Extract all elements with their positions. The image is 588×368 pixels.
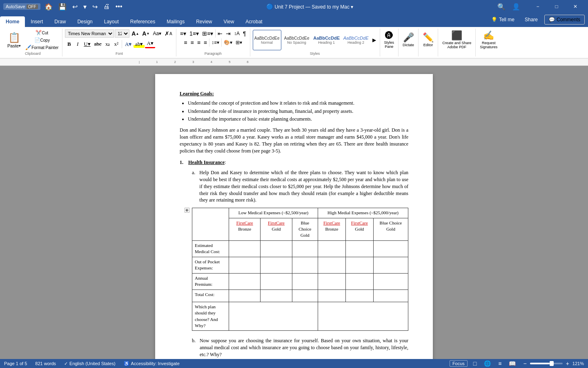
web-layout-view-button[interactable]: 🌐 [482,360,492,367]
cell[interactable] [345,240,373,257]
increase-indent-button[interactable]: ⇥ [225,30,232,37]
style-heading2[interactable]: AaBbCcDdE Heading 2 [342,30,370,50]
cell[interactable] [261,240,292,257]
cell[interactable] [229,240,261,257]
align-right-button[interactable]: ≡ [196,39,202,46]
numbering-button[interactable]: 1≡▾ [188,30,200,37]
tab-mailings[interactable]: Mailings [161,16,190,27]
font-name-select[interactable]: Times New Roman [65,29,114,38]
cell[interactable] [229,273,261,289]
search-button[interactable]: 🔍 [496,2,507,11]
tab-design[interactable]: Design [71,16,98,27]
cell[interactable] [373,289,408,302]
share-button[interactable]: Share [520,15,543,24]
tell-me-button[interactable]: 💡 Tell me [488,15,518,25]
multilevel-list-button[interactable]: ⊞≡▾ [201,30,214,37]
justify-button[interactable]: ≡ [203,39,208,46]
tab-home[interactable]: Home [0,16,25,27]
tab-insert[interactable]: Insert [25,16,49,27]
cell[interactable] [292,289,318,302]
cell[interactable] [292,257,318,273]
redo-button[interactable]: ↪ [91,2,99,11]
tab-layout[interactable]: Layout [98,16,125,27]
zoom-handle[interactable] [550,361,554,366]
focus-button[interactable]: Focus [450,360,468,367]
font-color-button[interactable]: A▾ [145,40,155,48]
strikethrough-button[interactable]: abc [93,40,103,48]
cell[interactable] [229,257,261,273]
underline-button[interactable]: U▾ [82,40,92,48]
undo-dropdown[interactable]: ▾ [82,2,88,11]
cell-choice-high[interactable] [318,302,408,331]
cell[interactable] [318,289,346,302]
copy-button[interactable]: 📄 Copy [24,37,60,43]
cell[interactable] [345,257,373,273]
align-left-button[interactable]: ≡ [183,39,188,46]
accessibility-indicator[interactable]: ♿ Accessibility: Investigate [124,361,180,366]
style-heading1[interactable]: AaBbCcDdE Heading 1 [312,30,341,50]
cell[interactable] [229,289,261,302]
paste-dropdown-icon[interactable]: ▾ [19,44,21,48]
style-normal[interactable]: AaBbCcDdEe Normal [253,30,281,50]
style-no-spacing[interactable]: AaBbCcDdEe No Spacing [282,30,312,50]
font-size-select[interactable]: 12 [115,29,129,38]
show-formatting-button[interactable]: ¶ [242,30,247,37]
tab-review[interactable]: Review [190,16,218,27]
highlight-color-button[interactable]: ab▾ [134,40,145,48]
borders-button[interactable]: ⊞▾ [234,39,243,46]
tab-draw[interactable]: Draw [49,16,71,27]
print-button[interactable]: 🖨 [102,2,111,11]
create-share-adobe-button[interactable]: ⬛ Create and ShareAdobe PDF [441,29,473,50]
tab-acrobat[interactable]: Acrobat [240,16,268,27]
tab-view[interactable]: View [218,16,240,27]
cell[interactable] [292,273,318,289]
cut-button[interactable]: ✂️ Cut [24,29,60,36]
sort-button[interactable]: ↕A [233,30,241,37]
cell[interactable] [373,257,408,273]
bold-button[interactable]: B [65,40,73,48]
shrink-font-button[interactable]: A▼ [141,30,151,37]
cell[interactable] [373,273,408,289]
more-options-button[interactable]: ••• [114,2,124,11]
cell[interactable] [292,240,318,257]
cell[interactable] [373,240,408,257]
align-center-button[interactable]: ≡ [189,39,195,46]
tab-references[interactable]: References [125,16,161,27]
expand-icon[interactable]: ⊕ [185,208,189,213]
cell[interactable] [318,273,346,289]
format-painter-button[interactable]: 🖌️ Format Painter [24,44,60,51]
zoom-in-button[interactable]: + [564,360,571,367]
minimize-button[interactable]: − [528,0,547,13]
subscript-button[interactable]: x₂ [104,40,112,48]
cell[interactable] [261,257,292,273]
undo-button[interactable]: ↩ [71,2,79,11]
cell[interactable] [261,289,292,302]
paste-button[interactable]: 📋 Paste ▾ [6,30,22,50]
cell[interactable] [318,240,346,257]
bullets-button[interactable]: ≡▾ [179,30,187,37]
zoom-out-button[interactable]: − [521,360,528,367]
text-effects-button[interactable]: A▾ [123,40,133,48]
line-spacing-button[interactable]: ↕≡▾ [210,39,220,46]
help-button[interactable]: 👤 [510,2,522,11]
italic-button[interactable]: I [74,40,82,48]
shading-button[interactable]: 🎨▾ [223,39,234,46]
read-mode-button[interactable]: 📖 [507,360,517,367]
close-button[interactable]: ✕ [566,0,585,13]
maximize-button[interactable]: □ [547,0,566,13]
decrease-indent-button[interactable]: ⇤ [216,30,224,37]
editor-button[interactable]: ✏️ Editor [421,29,435,50]
cell[interactable] [345,273,373,289]
styles-gallery-next[interactable]: ▶ [371,30,377,50]
cell[interactable] [345,289,373,302]
print-layout-view-button[interactable]: □ [472,360,478,367]
styles-pane-button[interactable]: 🅐 StylesPane [383,29,396,50]
outline-view-button[interactable]: ≡ [497,360,503,367]
change-case-button[interactable]: Aa▾ [151,30,163,37]
save-button[interactable]: 💾 [57,2,68,11]
save-status-dropdown[interactable]: ▾ [351,4,353,10]
request-signatures-button[interactable]: ✍️ RequestSignatures [478,29,499,50]
zoom-slider[interactable] [530,363,563,364]
autosave-button[interactable]: AutoSave OFF [3,3,40,10]
grow-font-button[interactable]: A▲ [130,30,140,37]
